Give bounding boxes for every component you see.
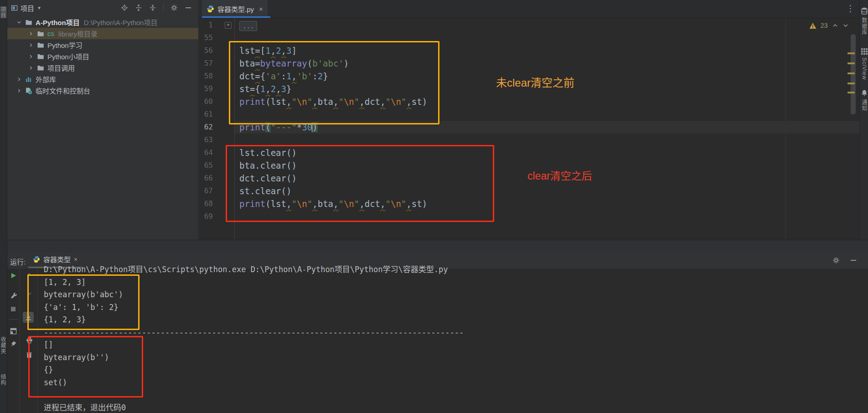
tree-item[interactable]: 临时文件和控制台	[7, 85, 198, 96]
code-line-60[interactable]: 60print(lst,"\n",bta,"\n",dct,"\n",st)	[198, 95, 859, 108]
code-line-67[interactable]: 67st.clear()	[198, 185, 859, 197]
project-panel: 项目 ▼ A-Python项目D:	[7, 0, 199, 240]
sidebar-item-sciview[interactable]: SciView	[860, 48, 868, 80]
close-tab-icon[interactable]: ×	[74, 256, 78, 263]
console-line	[44, 389, 464, 402]
tree-item[interactable]: Python小项目	[7, 51, 198, 62]
folder-icon	[37, 64, 44, 72]
editor-tab[interactable]: 容器类型.py ×	[202, 0, 268, 17]
line-number: 55	[198, 31, 213, 44]
tree-item-hint: D:\Python\A-Python项目	[84, 17, 158, 27]
close-tab-icon[interactable]: ×	[259, 5, 263, 13]
editor-body[interactable]: 1+...5556lst=[1,2,3]57bta=bytearray(b'ab…	[198, 18, 859, 240]
expand-all-icon[interactable]	[135, 4, 142, 11]
chevron-right-icon[interactable]	[28, 65, 34, 71]
code-token: 3	[281, 84, 286, 94]
warning-stripe-mark[interactable]	[847, 52, 855, 54]
tree-item[interactable]: 外部库	[7, 73, 198, 85]
chevron-down-icon[interactable]	[16, 20, 22, 25]
sidebar-item-database[interactable]: 数据库	[860, 7, 868, 35]
folded-region[interactable]: ...	[239, 21, 257, 31]
code-line-55[interactable]: 55	[198, 31, 859, 44]
code-token: {	[255, 84, 260, 94]
sidebar-item-notifications[interactable]: 通知	[860, 89, 868, 111]
code-text: dct.clear()	[239, 172, 859, 185]
locate-file-icon[interactable]	[121, 4, 128, 11]
console-output[interactable]: D:\Python\A-Python项目\cs\Scripts\python.e…	[44, 263, 464, 413]
chevron-right-icon[interactable]	[16, 88, 22, 93]
code-token: lst	[271, 97, 286, 107]
tree-item[interactable]: 项目调用	[7, 62, 198, 73]
pin-tab-icon[interactable]	[8, 338, 19, 349]
code-token: \n	[297, 199, 307, 209]
code-line-65[interactable]: 65bta.clear()	[198, 159, 859, 172]
stop-button[interactable]	[8, 304, 19, 315]
code-line-59[interactable]: 59st={1,2,3}	[198, 83, 859, 95]
run-tab[interactable]: 容器类型 ×	[33, 254, 78, 264]
scroll-to-end-button[interactable]	[23, 312, 34, 323]
tree-item-label: A-Python项目	[36, 17, 80, 27]
code-token: st.clear()	[239, 186, 291, 196]
project-panel-title[interactable]: 项目	[21, 3, 34, 13]
hide-panel-icon[interactable]	[185, 4, 192, 11]
run-label: 运行:	[10, 257, 26, 266]
prev-warning-icon[interactable]	[832, 22, 838, 29]
code-line-69[interactable]: 69	[198, 210, 859, 223]
next-occurrence-icon[interactable]	[24, 288, 35, 299]
project-tool-icon	[11, 5, 18, 11]
left-tool-stripe: 项目收藏夹结构	[0, 0, 7, 413]
code-line-61[interactable]: 61	[198, 108, 859, 121]
fold-marker-icon[interactable]: +	[225, 22, 232, 29]
prev-occurrence-icon[interactable]	[24, 269, 35, 280]
stripe-tab-结构[interactable]: 结构	[0, 374, 7, 386]
tree-item[interactable]: cslibrary根目录	[7, 28, 198, 39]
chevron-right-icon[interactable]	[16, 77, 22, 82]
code-line-63[interactable]: 63	[198, 134, 859, 146]
code-token: {	[260, 71, 265, 81]
editor-more-menu-icon[interactable]: ⋮	[846, 3, 855, 14]
warning-stripe-mark[interactable]	[847, 92, 855, 93]
tree-item-label: 项目调用	[47, 63, 75, 72]
code-token: )	[312, 122, 317, 132]
tree-item[interactable]: Python学习	[7, 39, 198, 51]
code-token: ,	[291, 71, 296, 81]
next-warning-icon[interactable]	[842, 22, 849, 29]
warning-stripe-mark[interactable]	[847, 83, 855, 84]
tree-item[interactable]: A-Python项目D:\Python\A-Python项目	[7, 16, 198, 28]
clear-console-trash-icon[interactable]	[24, 349, 35, 360]
hide-console-icon[interactable]	[850, 257, 857, 264]
editor-scrollbar[interactable]	[851, 34, 856, 114]
code-line-66[interactable]: 66dct.clear()	[198, 172, 859, 185]
chevron-right-icon[interactable]	[28, 54, 34, 59]
collapse-all-icon[interactable]	[149, 4, 156, 11]
restore-layout-icon[interactable]	[8, 325, 19, 336]
code-token: ]	[292, 46, 297, 56]
code-token: "	[354, 97, 359, 107]
code-token: "	[291, 97, 296, 107]
inspection-widget[interactable]: 23	[809, 22, 849, 29]
code-token: dct	[365, 97, 380, 107]
chevron-right-icon[interactable]	[28, 31, 34, 36]
settings-gear-icon[interactable]	[170, 4, 178, 11]
warning-stripe-mark[interactable]	[847, 72, 855, 74]
code-line-1[interactable]: 1+...	[198, 19, 859, 31]
code-token: \n	[391, 97, 401, 107]
code-line-56[interactable]: 56lst=[1,2,3]	[198, 44, 859, 57]
code-token: 1	[265, 46, 270, 56]
chevron-right-icon[interactable]	[28, 42, 34, 48]
code-line-62[interactable]: 62print("---"*30)	[198, 121, 859, 134]
code-line-64[interactable]: 64lst.clear()	[198, 146, 859, 159]
code-line-58[interactable]: 58dct={'a':1,'b':2}	[198, 70, 859, 83]
console-line: {'a': 1, 'b': 2}	[44, 301, 464, 314]
folder-icon	[37, 41, 44, 49]
warning-stripe-mark[interactable]	[847, 62, 855, 64]
code-line-68[interactable]: 68print(lst,"\n",bta,"\n",dct,"\n",st)	[198, 197, 859, 210]
stripe-tab-收藏夹[interactable]: 收藏夹	[0, 336, 7, 354]
print-icon[interactable]	[24, 335, 35, 346]
chevron-down-icon[interactable]: ▼	[37, 5, 41, 10]
code-line-57[interactable]: 57bta=bytearray(b'abc')	[198, 57, 859, 70]
stripe-tab-项目[interactable]: 项目	[0, 6, 7, 18]
settings-wrench-icon[interactable]	[8, 290, 19, 301]
rerun-button[interactable]	[8, 270, 19, 281]
console-settings-icon[interactable]	[832, 257, 840, 264]
